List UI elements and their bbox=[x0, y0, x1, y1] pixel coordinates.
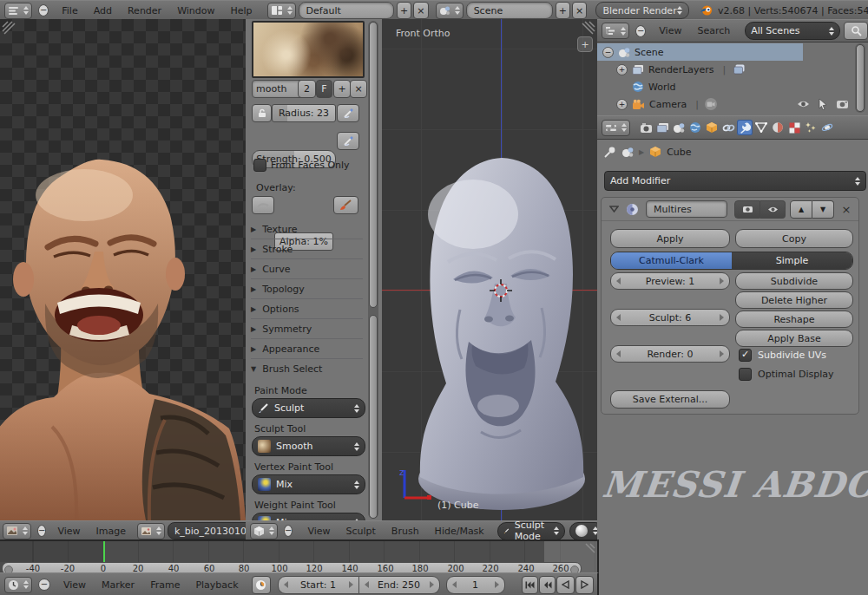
add-layout-button[interactable]: + bbox=[397, 2, 411, 19]
outliner-scrollbar[interactable] bbox=[855, 43, 865, 113]
panel-brush-select[interactable]: ▼Brush Select bbox=[251, 360, 363, 378]
strength-pressure-button[interactable] bbox=[337, 132, 359, 150]
menu-brush[interactable]: Brush bbox=[384, 526, 427, 537]
tab-constraints-icon[interactable] bbox=[720, 120, 736, 135]
pin-icon[interactable] bbox=[604, 146, 616, 158]
simple-button[interactable]: Simple bbox=[732, 252, 852, 269]
delete-higher-button[interactable]: Delete Higher bbox=[735, 291, 853, 309]
viewport-visibility-toggle[interactable] bbox=[760, 200, 786, 219]
search-button[interactable] bbox=[844, 22, 868, 40]
delete-modifier-button[interactable]: × bbox=[838, 203, 855, 216]
play-reverse-button[interactable] bbox=[556, 576, 575, 594]
corner-grip-icon[interactable] bbox=[583, 543, 595, 555]
play-button[interactable] bbox=[575, 576, 594, 594]
expand-expander-icon[interactable]: + bbox=[616, 99, 628, 110]
timeline-editor-type-selector[interactable] bbox=[4, 577, 32, 593]
weight-paint-tool-dropdown[interactable]: Mix bbox=[252, 513, 365, 520]
outliner-editor-type-selector[interactable] bbox=[602, 23, 629, 39]
renderability-camera-icon[interactable] bbox=[836, 99, 849, 109]
menu-playback[interactable]: Playback bbox=[187, 579, 246, 591]
image-datablock-selector[interactable] bbox=[137, 523, 165, 539]
optimal-display-checkbox[interactable] bbox=[739, 368, 752, 381]
preview-range-button[interactable] bbox=[252, 576, 271, 594]
front-faces-only-checkbox[interactable] bbox=[253, 159, 266, 172]
collapse-menus-button[interactable]: − bbox=[38, 579, 50, 591]
add-modifier-dropdown[interactable]: Add Modifier bbox=[604, 171, 866, 191]
menu-view[interactable]: View bbox=[651, 25, 689, 36]
viewport-editor-type-selector[interactable] bbox=[250, 523, 278, 539]
visibility-eye-icon[interactable] bbox=[797, 100, 810, 108]
scenes-filter-dropdown[interactable]: All Scenes bbox=[745, 22, 840, 40]
menu-marker[interactable]: Marker bbox=[94, 579, 142, 591]
apply-base-button[interactable]: Apply Base bbox=[735, 330, 853, 347]
render-level-slider[interactable]: Render: 0 bbox=[610, 345, 730, 363]
menu-frame[interactable]: Frame bbox=[142, 579, 187, 591]
corner-grip-icon[interactable] bbox=[2, 21, 16, 35]
editor-type-selector[interactable] bbox=[4, 3, 32, 19]
outliner-row-camera[interactable]: + Camera | bbox=[597, 95, 868, 113]
image-editor-type-selector[interactable] bbox=[3, 523, 31, 539]
collapse-menus-button[interactable]: − bbox=[284, 525, 293, 537]
add-scene-button[interactable]: + bbox=[556, 2, 570, 19]
add-brush-button[interactable]: + bbox=[333, 80, 351, 98]
overlay-curve-button[interactable] bbox=[252, 196, 274, 214]
overlay-paintbrush-button[interactable] bbox=[333, 196, 358, 214]
tab-scene-icon[interactable] bbox=[671, 120, 687, 135]
apply-button[interactable]: Apply bbox=[610, 229, 730, 248]
tab-texture-icon[interactable] bbox=[786, 120, 802, 135]
panel-expand-icon[interactable] bbox=[609, 206, 619, 212]
selectability-cursor-icon[interactable] bbox=[818, 98, 828, 110]
expand-region-button[interactable]: + bbox=[577, 36, 593, 52]
save-external-button[interactable]: Save External... bbox=[610, 390, 730, 409]
scene-selector[interactable] bbox=[436, 3, 464, 19]
tab-material-icon[interactable] bbox=[770, 120, 786, 135]
properties-editor-type-selector[interactable] bbox=[602, 120, 630, 136]
image-editor-viewport[interactable] bbox=[0, 19, 247, 520]
sculpt-tool-dropdown[interactable]: Smooth bbox=[252, 436, 365, 456]
menu-view[interactable]: View bbox=[299, 526, 338, 537]
collapse-menus-button[interactable]: − bbox=[635, 25, 646, 37]
move-modifier-down-button[interactable]: ▼ bbox=[812, 200, 834, 219]
current-frame-field[interactable]: 1 bbox=[446, 576, 505, 594]
mode-dropdown[interactable]: Sculpt Mode bbox=[497, 522, 565, 540]
panel-options[interactable]: ▶Options bbox=[251, 300, 363, 319]
radius-slider[interactable]: Radius: 23 bbox=[272, 104, 336, 122]
tool-shelf-scrollbar[interactable] bbox=[368, 21, 378, 519]
panel-stroke[interactable]: ▶Stroke bbox=[251, 240, 363, 259]
tab-render-layers-icon[interactable] bbox=[654, 120, 670, 135]
menu-file[interactable]: File bbox=[54, 5, 85, 16]
collapse-menus-button[interactable]: − bbox=[37, 525, 46, 537]
corner-grip-icon[interactable] bbox=[582, 21, 595, 35]
start-frame-field[interactable]: Start: 1 bbox=[278, 576, 359, 594]
end-frame-field[interactable]: End: 250 bbox=[359, 576, 440, 594]
render-engine-dropdown[interactable]: Blender Render bbox=[595, 2, 688, 19]
outliner-row-renderlayers[interactable]: + RenderLayers | bbox=[597, 61, 868, 78]
subdivide-uvs-checkbox[interactable]: ✓ bbox=[739, 349, 752, 362]
unified-size-lock-button[interactable] bbox=[252, 104, 272, 122]
vertex-paint-tool-dropdown[interactable]: Mix bbox=[252, 474, 365, 494]
camera-data-icon[interactable] bbox=[704, 97, 718, 111]
sculpt-level-slider[interactable]: Sculpt: 6 bbox=[610, 309, 730, 326]
menu-add[interactable]: Add bbox=[86, 5, 120, 16]
outliner-row-world[interactable]: World bbox=[597, 78, 868, 95]
modifier-name-field[interactable]: Multires bbox=[646, 200, 727, 218]
preview-level-slider[interactable]: Preview: 1 bbox=[610, 272, 730, 290]
panel-texture[interactable]: ▶Texture bbox=[251, 220, 363, 239]
panel-appearance[interactable]: ▶Appearance bbox=[251, 340, 363, 359]
tab-world-icon[interactable] bbox=[687, 120, 703, 135]
layout-name-field[interactable]: Default bbox=[299, 2, 394, 19]
render-visibility-toggle[interactable] bbox=[734, 200, 760, 219]
brush-texture-preview[interactable] bbox=[252, 21, 365, 78]
timeline-track[interactable]: -40 -20 0 20 40 60 80 100 120 140 160 18… bbox=[0, 539, 599, 574]
move-modifier-up-button[interactable]: ▲ bbox=[790, 200, 812, 219]
collapse-menus-button[interactable]: − bbox=[38, 4, 49, 16]
scene-name-field[interactable]: Scene bbox=[466, 2, 553, 19]
tab-object-data-icon[interactable] bbox=[753, 120, 769, 135]
jump-to-start-button[interactable] bbox=[522, 576, 538, 594]
collapse-expander-icon[interactable]: − bbox=[602, 47, 614, 58]
outliner-row-scene[interactable]: − Scene bbox=[597, 43, 803, 61]
catmull-clark-button[interactable]: Catmull-Clark bbox=[611, 252, 732, 269]
renderlayer-data-icon[interactable] bbox=[733, 63, 746, 75]
delete-scene-button[interactable]: × bbox=[572, 2, 587, 19]
menu-window[interactable]: Window bbox=[169, 5, 222, 16]
